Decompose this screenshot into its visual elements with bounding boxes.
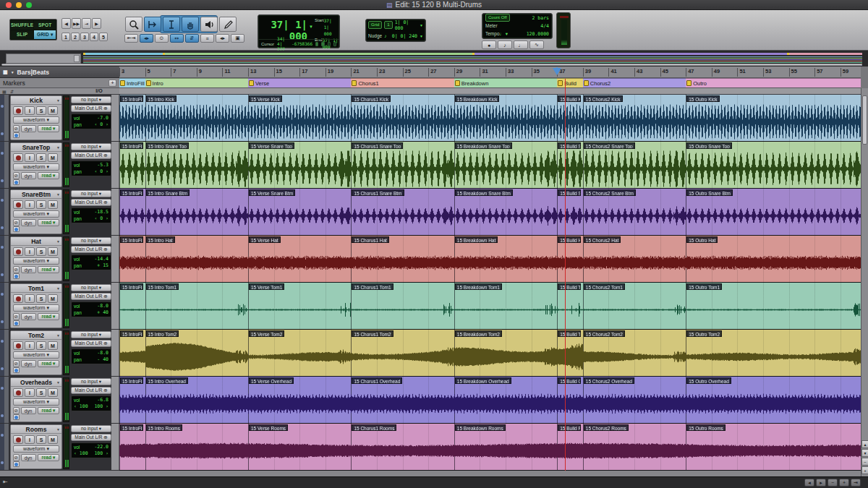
mute-button[interactable]: M xyxy=(48,341,58,350)
pan-right-value[interactable]: 100 › xyxy=(94,450,109,457)
playlist-button[interactable] xyxy=(13,320,20,326)
dyn-button[interactable]: dyn xyxy=(21,125,36,132)
track-view-selector[interactable]: waveform ▾ xyxy=(13,398,59,406)
solo-button[interactable]: S xyxy=(36,388,46,397)
link-timeline-edit-button[interactable]: ↭ xyxy=(170,34,184,43)
zoomer-tool[interactable] xyxy=(125,17,142,32)
track-view-selector[interactable]: waveform ▾ xyxy=(13,163,59,171)
bars-ruler[interactable]: 3579111315171921232527293133353739414345… xyxy=(119,67,861,78)
pencil-tool[interactable] xyxy=(219,17,237,32)
marker-tag-icon[interactable] xyxy=(455,80,460,86)
input-selector[interactable]: no input ▾ xyxy=(71,284,111,291)
vertical-scrollbar[interactable]: ▴▾−+ xyxy=(861,88,868,476)
mute-button[interactable]: M xyxy=(48,435,58,444)
track-name[interactable]: Hat▼ xyxy=(11,237,61,246)
dyn-button[interactable]: dyn xyxy=(21,313,36,320)
playlist-button[interactable] xyxy=(13,414,20,420)
h-scroll-right-button[interactable]: ▸ xyxy=(816,479,826,487)
output-selector[interactable]: Main Out L/R ⊕ xyxy=(71,246,111,253)
input-selector[interactable]: no input ▾ xyxy=(71,96,111,103)
input-monitor-button[interactable]: I xyxy=(25,388,35,397)
universe-handle[interactable] xyxy=(74,55,80,62)
mute-button[interactable]: M xyxy=(48,106,58,115)
input-selector[interactable]: no input ▾ xyxy=(71,143,111,150)
tempo-row-label[interactable]: Meter xyxy=(485,23,498,28)
automation-mode-button[interactable]: read ▾ xyxy=(38,313,59,320)
link-track-edit-button[interactable]: ⇵ xyxy=(185,34,199,43)
post-roll-led[interactable] xyxy=(333,42,336,46)
h-zoom-in-button[interactable]: + xyxy=(839,479,849,487)
zoom-preset-3[interactable]: 3 xyxy=(80,33,89,41)
track-name[interactable]: Overheads▼ xyxy=(11,378,61,387)
solo-button[interactable]: S xyxy=(36,200,46,209)
marker-tag-icon[interactable] xyxy=(686,80,692,86)
elastic-audio-button[interactable]: ⊘ xyxy=(13,219,20,226)
online-button[interactable]: ⇥ xyxy=(82,18,91,29)
grid-dropdown-icon[interactable]: ▼ xyxy=(420,23,423,27)
vol-value[interactable]: -8.0 xyxy=(97,350,109,356)
marker-tag-icon[interactable] xyxy=(584,80,589,86)
pan-value[interactable]: ‹ 0 › xyxy=(94,121,109,128)
grid-sub-button[interactable]: 1 xyxy=(384,21,392,29)
record-enable-button[interactable] xyxy=(13,294,23,303)
solo-button[interactable]: S xyxy=(36,153,46,162)
playhead-arrow[interactable] xyxy=(553,68,561,75)
track-name-dropdown-icon[interactable]: ▼ xyxy=(56,239,60,244)
record-enable-button[interactable] xyxy=(13,247,23,256)
marker-tag-icon[interactable] xyxy=(249,80,254,86)
h-scroll-end-button[interactable]: ⇥ xyxy=(851,479,861,487)
record-enable-button[interactable] xyxy=(13,200,23,209)
insertion-follows-button[interactable]: ≡ xyxy=(200,34,214,43)
track-name[interactable]: Rooms▼ xyxy=(11,425,61,434)
input-monitor-button[interactable]: I xyxy=(25,247,35,256)
dyn-button[interactable]: dyn xyxy=(21,266,36,273)
track-name-dropdown-icon[interactable]: ▼ xyxy=(56,333,60,338)
elastic-audio-button[interactable]: ⊘ xyxy=(13,454,20,461)
record-enable-button[interactable] xyxy=(13,435,23,444)
track-name-dropdown-icon[interactable]: ▼ xyxy=(56,145,60,150)
v-scroll-down-button[interactable]: ▾ xyxy=(861,449,868,457)
marker-band-intro[interactable]: Intro xyxy=(145,78,248,87)
automation-mode-button[interactable]: read ▾ xyxy=(38,407,59,414)
zoom-preset-1[interactable]: 1 xyxy=(61,33,70,41)
forward-button[interactable]: ▶▶ xyxy=(72,18,81,29)
scrubber-tool[interactable] xyxy=(200,17,218,32)
ruler-header[interactable]: ▦ ▼ Bars|Beats xyxy=(0,67,119,78)
vol-value[interactable]: -6.8 xyxy=(97,397,109,403)
marker-band-verse[interactable]: Verse xyxy=(248,78,351,87)
pan-value[interactable]: ‹ 0 › xyxy=(94,215,109,222)
midi-merge-button[interactable]: ♩ xyxy=(514,40,528,49)
collapse-left-icon[interactable]: ⇤ xyxy=(3,479,8,485)
marker-tag-icon[interactable] xyxy=(120,80,125,86)
v-zoom-in-button[interactable]: + xyxy=(861,466,868,474)
solo-button[interactable]: S xyxy=(36,294,46,303)
output-selector[interactable]: Main Out L/R ⊕ xyxy=(71,152,111,159)
tempo-row-value[interactable]: 120.0000 xyxy=(527,31,549,37)
grid-value[interactable]: 1| 0| 000 xyxy=(395,20,417,31)
zoom-toggle-button[interactable]: ⇤⇥ xyxy=(124,34,138,43)
input-monitor-button[interactable]: I xyxy=(25,106,35,115)
output-selector[interactable]: Main Out L/R ⊕ xyxy=(71,105,111,112)
tempo-row-label[interactable]: Tempo xyxy=(485,31,500,36)
track-name[interactable]: Kick▼ xyxy=(11,96,61,105)
vol-value[interactable]: -22.0 xyxy=(94,444,109,450)
mute-button[interactable]: M xyxy=(48,153,58,162)
scroll-options-button[interactable]: ◂▸ xyxy=(216,34,229,43)
track-list-icon[interactable]: ▦ xyxy=(2,89,7,94)
dyn-button[interactable]: dyn xyxy=(21,360,36,367)
track-name-dropdown-icon[interactable]: ▼ xyxy=(56,427,60,432)
elastic-audio-button[interactable]: ⊘ xyxy=(13,266,20,273)
record-enable-button[interactable] xyxy=(13,153,23,162)
h-zoom-out-button[interactable]: − xyxy=(827,479,838,487)
input-monitor-button[interactable]: I xyxy=(25,153,35,162)
vertical-scroll-thumb[interactable] xyxy=(862,95,867,145)
automation-mode-button[interactable]: read ▾ xyxy=(38,219,59,226)
count-in-button[interactable]: ♪ xyxy=(498,40,512,49)
tempo-row-value[interactable]: 4/4 xyxy=(540,23,549,29)
input-selector[interactable]: no input ▾ xyxy=(71,425,111,432)
edit-mode-slip[interactable]: SLIP xyxy=(11,30,33,40)
playlist-button[interactable] xyxy=(13,367,20,373)
mirrored-editing-button[interactable]: ⊙ xyxy=(155,34,169,43)
track-view-selector[interactable]: waveform ▾ xyxy=(13,116,59,124)
timeline-insertion-led[interactable] xyxy=(315,42,318,46)
